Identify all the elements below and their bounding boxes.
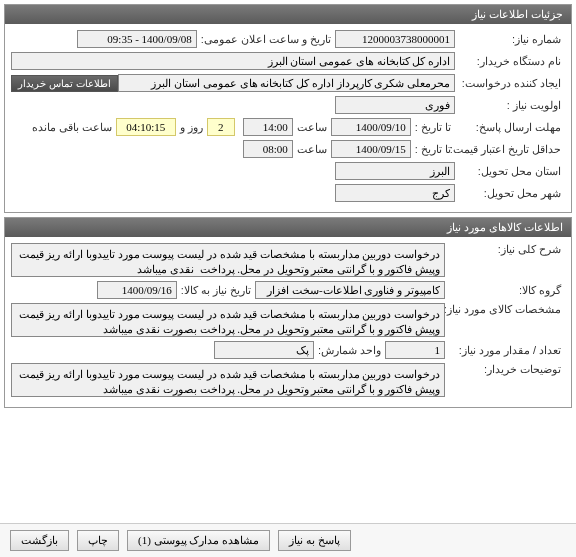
need-no-field — [335, 30, 455, 48]
price-to-label: تا تاریخ : — [411, 143, 455, 156]
general-desc-field — [11, 243, 445, 277]
answer-time-label: ساعت — [293, 121, 331, 134]
group-label: گروه کالا: — [445, 284, 565, 297]
answer-to-label: تا تاریخ : — [411, 121, 455, 134]
requester-field — [118, 74, 455, 92]
answer-date-field — [331, 118, 411, 136]
requester-label: ایجاد کننده درخواست: — [455, 77, 565, 90]
reply-button[interactable]: پاسخ به نیاز — [278, 530, 351, 551]
need-to-date-field — [97, 281, 177, 299]
announce-label: تاریخ و ساعت اعلان عمومی: — [197, 33, 335, 46]
price-time-label: ساعت — [293, 143, 331, 156]
qty-label: تعداد / مقدار مورد نیاز: — [445, 344, 565, 357]
price-validity-label: حداقل تاریخ اعتبار قیمت: — [455, 143, 565, 156]
general-desc-label: شرح کلی نیاز: — [445, 243, 565, 256]
need-details-body: شماره نیاز: تاریخ و ساعت اعلان عمومی: نا… — [5, 24, 571, 212]
remaining-days-label: روز و — [176, 121, 207, 134]
need-items-header: اطلاعات کالاهای مورد نیاز — [5, 218, 571, 237]
answer-time-field — [243, 118, 293, 136]
city-label: شهر محل تحویل: — [455, 187, 565, 200]
price-time-field — [243, 140, 293, 158]
spec-label: مشخصات کالای مورد نیاز: — [445, 303, 565, 316]
answer-deadline-label: مهلت ارسال پاسخ: — [455, 121, 565, 134]
print-button[interactable]: چاپ — [77, 530, 119, 551]
need-to-date-label: تاریخ نیاز به کالا: — [177, 284, 255, 297]
unit-label: واحد شمارش: — [314, 344, 385, 357]
price-date-field — [331, 140, 411, 158]
attachments-button[interactable]: مشاهده مدارک پیوستی (1) — [127, 530, 270, 551]
province-field — [335, 162, 455, 180]
need-no-label: شماره نیاز: — [455, 33, 565, 46]
need-items-panel: اطلاعات کالاهای مورد نیاز شرح کلی نیاز: … — [4, 217, 572, 408]
city-field — [335, 184, 455, 202]
spec-field — [11, 303, 445, 337]
announce-field — [77, 30, 197, 48]
group-field — [255, 281, 445, 299]
remaining-suffix: ساعت باقی مانده — [28, 121, 116, 134]
need-items-body: شرح کلی نیاز: گروه کالا: تاریخ نیاز به ک… — [5, 237, 571, 407]
buyer-contact-link[interactable]: اطلاعات تماس خریدار — [11, 75, 118, 92]
buyer-org-label: نام دستگاه خریدار: — [455, 55, 565, 68]
buyer-org-field — [11, 52, 455, 70]
need-details-panel: جزئیات اطلاعات نیاز شماره نیاز: تاریخ و … — [4, 4, 572, 213]
remaining-time-field — [116, 118, 176, 136]
remaining-days-field — [207, 118, 235, 136]
buyer-note-label: توضیحات خریدار: — [445, 363, 565, 376]
priority-field — [335, 96, 455, 114]
qty-field — [385, 341, 445, 359]
buyer-note-field — [11, 363, 445, 397]
back-button[interactable]: بازگشت — [10, 530, 69, 551]
priority-label: اولویت نیاز : — [455, 99, 565, 112]
need-details-header: جزئیات اطلاعات نیاز — [5, 5, 571, 24]
province-label: استان محل تحویل: — [455, 165, 565, 178]
action-bar: پاسخ به نیاز مشاهده مدارک پیوستی (1) چاپ… — [0, 523, 576, 557]
unit-field — [214, 341, 314, 359]
